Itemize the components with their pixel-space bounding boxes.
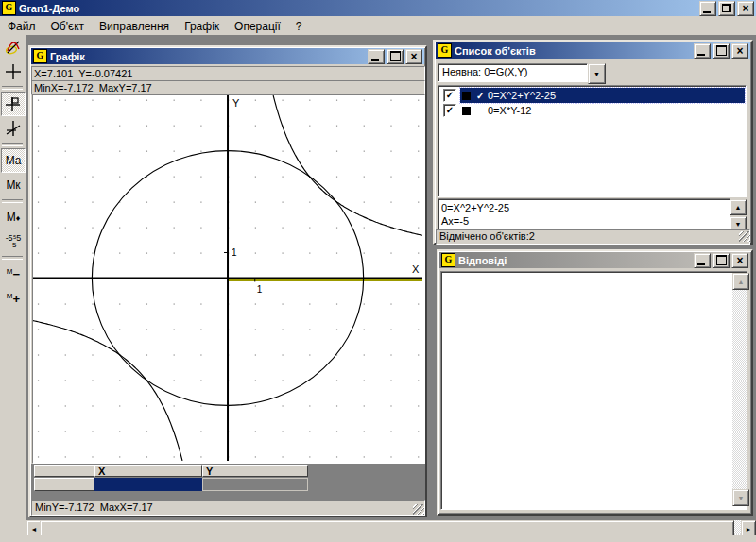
graph-minimize-button[interactable] (368, 49, 385, 64)
minimize-icon (371, 59, 379, 61)
plot-area[interactable]: YX11 (32, 94, 425, 464)
scroll-up-button[interactable]: ▲ (730, 199, 747, 215)
objects-list[interactable]: ✓ ✓ 0=X^2+Y^2-25 ✓ 0=X*Y-12 (438, 85, 747, 197)
scroll-down-button[interactable]: ▼ (732, 489, 749, 506)
menu-graph[interactable]: Графік (177, 18, 227, 35)
objects-resize-grip[interactable] (739, 231, 750, 242)
chevron-down-icon: ▼ (593, 71, 600, 77)
maximize-icon (716, 255, 727, 265)
graph-close-button[interactable]: × (405, 49, 422, 64)
arrow-left-icon: ◄ (31, 526, 38, 533)
svg-text:1: 1 (257, 284, 263, 295)
answers-minimize-button[interactable] (694, 253, 711, 268)
scroll-up-button[interactable]: ▲ (732, 273, 749, 290)
axes-tool-button[interactable] (1, 59, 26, 84)
table-header-x[interactable]: X (94, 465, 202, 477)
mdi-background: G Графік × X=7.101 Y=-0.07421 MinX=-7.17… (26, 35, 756, 520)
mk-label: Mк (6, 179, 20, 191)
menu-edit[interactable]: Виправлення (92, 18, 177, 35)
detail-equation: 0=X^2+Y^2-25 (441, 201, 730, 214)
svg-text:X: X (412, 263, 420, 275)
minimize-icon (703, 11, 711, 13)
bottom-strip (26, 535, 756, 542)
curve-plot-icon (4, 38, 23, 57)
menu-operations[interactable]: Операції (227, 18, 288, 35)
answers-close-button[interactable]: × (731, 253, 748, 268)
table-corner-header[interactable] (34, 465, 94, 477)
plot-svg: YX11 (33, 95, 422, 461)
table-row-label-cell[interactable] (34, 478, 94, 491)
scale-preset-tool-button[interactable]: -5⁵5 -5 (1, 229, 26, 254)
left-toolbar: Ma Mк M♦ -5⁵5 -5 M− M+ (0, 35, 27, 542)
object-type-combobox[interactable]: Неявна: 0=G(X,Y) ▼ (438, 63, 606, 84)
table-cell-x-selected[interactable] (94, 478, 202, 491)
object-type-value: Неявна: 0=G(X,Y) (438, 63, 588, 82)
object-checkbox[interactable]: ✓ (443, 104, 456, 117)
m-diamond-tool-button[interactable]: M♦ (1, 205, 26, 229)
objects-window: G Список об'єктів × Неявна: 0=G(X,Y) ▼ ✓… (433, 40, 753, 245)
menu-file[interactable]: Файл (0, 18, 43, 35)
object-details[interactable]: 0=X^2+Y^2-25 Ax=-5 (438, 198, 730, 231)
object-checkbox[interactable]: ✓ (443, 89, 456, 102)
object-row[interactable]: 0=X*Y-12 (460, 103, 745, 118)
object-equation: 0=X*Y-12 (488, 105, 531, 116)
pin-crosshair-icon (4, 94, 23, 113)
app-icon: G (2, 1, 16, 15)
minimize-icon (697, 54, 705, 56)
close-button[interactable]: × (737, 1, 754, 16)
toolbar-separator (2, 199, 23, 203)
answers-window-icon: G (441, 253, 455, 267)
minimize-icon (697, 263, 705, 265)
objects-close-button[interactable]: × (731, 43, 748, 59)
objects-window-titlebar[interactable]: G Список об'єктів × (436, 42, 750, 59)
mk-tool-button[interactable]: Mк (1, 173, 26, 197)
m-plus-tool-button[interactable]: M+ (1, 286, 26, 311)
table-header-y[interactable]: Y (202, 465, 308, 477)
arrow-down-icon: ▼ (738, 495, 745, 501)
list-item[interactable]: ✓ ✓ 0=X^2+Y^2-25 (439, 88, 745, 103)
answers-maximize-button[interactable] (713, 253, 730, 268)
toolbar-separator (2, 143, 23, 146)
details-scroll: ▲ ▼ (730, 199, 747, 232)
svg-text:1: 1 (232, 247, 237, 258)
menu-object[interactable]: Об'єкт (43, 18, 93, 35)
list-item[interactable]: ✓ 0=X*Y-12 (439, 103, 745, 118)
curve-plot-tool-button[interactable] (1, 35, 26, 59)
detail-parameter: Ax=-5 (441, 214, 730, 228)
graph-resize-grip[interactable] (413, 504, 424, 515)
mdi-hscrollbar: ◄ ► (26, 520, 756, 535)
m-plus-label: M+ (7, 293, 20, 305)
coordinate-pin-tool-button[interactable] (1, 92, 26, 116)
m-minus-tool-button[interactable]: M− (1, 262, 26, 286)
minimize-button[interactable] (699, 1, 716, 16)
crosshair-icon (4, 62, 23, 81)
toolbar-separator (2, 86, 23, 90)
answers-window-titlebar[interactable]: G Відповіді × (439, 252, 750, 268)
answers-content[interactable] (440, 271, 747, 510)
m-minus-label: M− (7, 268, 20, 280)
scrollbar-track[interactable] (732, 273, 747, 506)
axes-off-tool-button[interactable] (1, 116, 26, 141)
graph-window: G Графік × X=7.101 Y=-0.07421 MinX=-7.17… (28, 45, 427, 517)
combobox-dropdown-button[interactable]: ▼ (588, 63, 606, 84)
object-row-selected[interactable]: ✓ 0=X^2+Y^2-25 (460, 88, 745, 103)
arrow-right-icon: ► (746, 526, 752, 533)
axis-limits-top: MinX=-7.172 MaxY=7.17 (31, 80, 425, 95)
arrow-up-icon: ▲ (738, 279, 745, 285)
arrow-down-icon: ▼ (735, 221, 742, 228)
answers-window: G Відповіді × ▲ ▼ (437, 249, 753, 516)
maximize-icon (716, 45, 727, 56)
scale-preset-label: -5⁵5 -5 (6, 234, 22, 249)
ma-tool-button[interactable]: Ma (1, 148, 26, 173)
menu-help[interactable]: ? (288, 18, 310, 35)
graph-window-titlebar[interactable]: G Графік × (31, 48, 424, 64)
restore-button[interactable] (718, 1, 735, 16)
graph-maximize-button[interactable] (387, 49, 404, 64)
table-cell-y[interactable] (202, 478, 308, 491)
menu-bar: Файл Об'єкт Виправлення Графік Операції … (0, 17, 756, 36)
objects-window-icon: G (438, 43, 452, 58)
objects-maximize-button[interactable] (713, 43, 730, 59)
arrow-up-icon: ▲ (735, 204, 742, 211)
main-titlebar[interactable]: G Gran1-Демо × (0, 0, 756, 16)
objects-minimize-button[interactable] (694, 43, 711, 59)
